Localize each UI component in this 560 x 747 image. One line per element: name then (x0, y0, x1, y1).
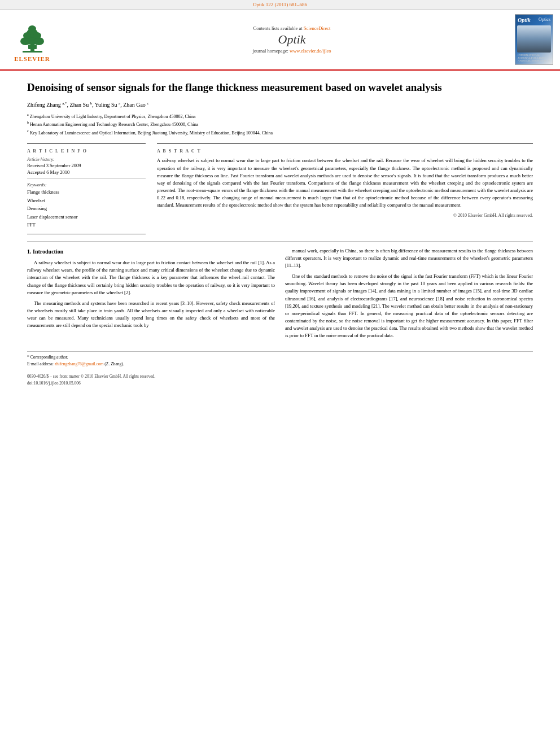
authors-line: Zhifeng Zhang a,*, Zhan Su b, Yuling Su … (27, 101, 533, 109)
affiliations: a Zhengzhou University of Light Industry… (27, 112, 533, 137)
section1-heading: 1. Introduction (27, 247, 275, 256)
top-bar: Optik 122 (2011) 681–686 (0, 0, 560, 10)
footnote-area: * Corresponding author. E-mail address: … (27, 351, 533, 368)
corresponding-author-note: * Corresponding author. (27, 354, 533, 361)
abstract-box: A B S T R A C T A railway wheelset is su… (157, 143, 533, 234)
svg-rect-9 (28, 45, 37, 49)
keywords-list: Flange thickness Wheelset Denoising Lase… (27, 188, 146, 229)
svg-point-7 (33, 32, 41, 39)
cover-caption: INTERNATIONAL JOURNAL FOR LIGHT AND ELEC… (518, 54, 550, 62)
body-columns: 1. Introduction A railway wheelset is su… (27, 247, 533, 343)
cover-image-area (517, 25, 551, 53)
article-info-abstract-row: A R T I C L E I N F O Article history: R… (27, 143, 533, 234)
main-content: Denoising of sensor signals for the flan… (0, 71, 560, 397)
svg-point-6 (23, 32, 31, 39)
cover-optics-label: Optics (539, 17, 550, 22)
bottom-copyright: 0030-4026/$ – see front matter © 2010 El… (27, 373, 533, 387)
keywords-label: Keywords: (27, 182, 146, 187)
cover-title-row: Optik Optics (518, 17, 550, 23)
body-left-p2: The measuring methods and systems have b… (27, 300, 275, 330)
copyright-line2: doi:10.1016/j.ijleo.2010.05.006 (27, 380, 533, 387)
elsevier-tree-svg (17, 18, 48, 54)
article-title: Denoising of sensor signals for the flan… (27, 81, 533, 95)
keyword-5: FFT (27, 221, 146, 229)
svg-point-10 (30, 40, 34, 45)
history-label: Article history: (27, 157, 146, 162)
affiliation-a: a Zhengzhou University of Light Industry… (27, 112, 533, 120)
body-right-p2: One of the standard methods to remove th… (285, 273, 533, 340)
article-info-box: A R T I C L E I N F O Article history: R… (27, 143, 146, 234)
affiliation-b: b Henan Automation Engineering and Techn… (27, 120, 533, 128)
sciencedirect-link[interactable]: ScienceDirect (304, 25, 331, 31)
received-date: Received 3 September 2009 (27, 163, 146, 168)
journal-citation: Optik 122 (2011) 681–686 (253, 2, 307, 7)
homepage-url[interactable]: www.elsevier.de/ijleo (290, 48, 331, 54)
abstract-text: A railway wheelset is subject to normal … (157, 157, 533, 209)
keyword-3: Denoising (27, 204, 146, 212)
keyword-1: Flange thickness (27, 188, 146, 196)
cover-optik-label: Optik (518, 17, 531, 23)
elsevier-logo: ELSEVIER (7, 18, 58, 62)
body-right-p1: manual work, especially in China, so the… (285, 247, 533, 270)
svg-point-8 (28, 25, 36, 32)
journal-header: ELSEVIER Contents lists available at Sci… (0, 10, 560, 71)
body-divider (27, 241, 533, 242)
affiliation-c: c Key Laboratory of Luminescence and Opt… (27, 129, 533, 137)
email-note: E-mail address: zhifengzhang76@gmail.com… (27, 361, 533, 368)
elsevier-brand-text: ELSEVIER (14, 55, 50, 62)
accepted-date: Accepted 6 May 2010 (27, 169, 146, 175)
homepage-line: journal homepage: www.elsevier.de/ijleo (69, 48, 515, 54)
article-info-label: A R T I C L E I N F O (27, 148, 146, 154)
journal-title-text: Optik (69, 32, 515, 47)
body-right-col: manual work, especially in China, so the… (285, 247, 533, 343)
optik-cover-image: Optik Optics INTERNATIONAL JOURNAL FOR L… (515, 14, 553, 65)
journal-center-info: Contents lists available at ScienceDirec… (69, 25, 515, 54)
svg-rect-1 (23, 51, 42, 53)
body-left-p1: A railway wheelset is subject to normal … (27, 259, 275, 296)
abstract-copyright: © 2010 Elsevier GmbH. All rights reserve… (157, 213, 533, 218)
copyright-line1: 0030-4026/$ – see front matter © 2010 El… (27, 373, 533, 380)
contents-line: Contents lists available at ScienceDirec… (69, 25, 515, 31)
email-address[interactable]: zhifengzhang76@gmail.com (55, 361, 104, 366)
body-left-col: 1. Introduction A railway wheelset is su… (27, 247, 275, 343)
keyword-4: Laser displacement sensor (27, 213, 146, 221)
abstract-label: A B S T R A C T (157, 148, 533, 154)
keyword-2: Wheelset (27, 196, 146, 204)
